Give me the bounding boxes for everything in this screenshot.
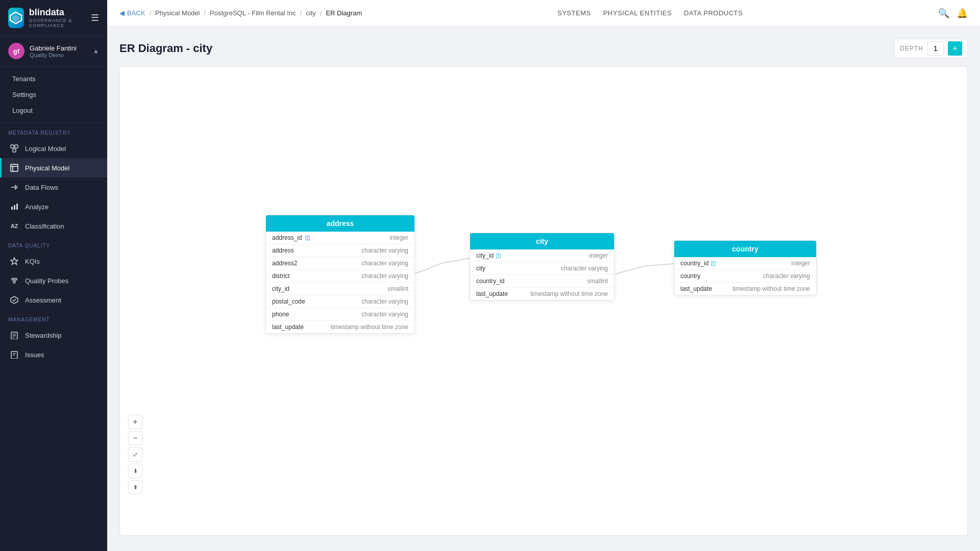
sidebar-label-stewardship: Stewardship <box>25 332 62 339</box>
svg-rect-5 <box>11 164 18 171</box>
page-title: ER Diagram - city <box>119 42 212 55</box>
zoom-in-button[interactable]: + <box>128 415 142 429</box>
logo-text-area: blindata GOVERNANCE & COMPLIANCE <box>29 7 91 28</box>
field-name-city-id: city_id <box>272 285 289 292</box>
entity-country-row-country: country character varying <box>674 270 816 283</box>
issues-icon <box>10 350 19 359</box>
field-name-country-country-id: country_id ⚿ <box>680 260 716 267</box>
field-type-country-country: character varying <box>763 272 810 280</box>
field-name-phone: phone <box>272 311 289 318</box>
sidebar-label-physical-model: Physical Model <box>25 164 69 172</box>
notification-icon[interactable]: 🔔 <box>957 8 968 19</box>
field-type-city-country-id: smallint <box>587 278 608 285</box>
download-button[interactable]: ⬇ <box>128 464 142 478</box>
entity-country: country country_id ⚿ integer country cha… <box>674 240 817 295</box>
zoom-out-button[interactable]: − <box>128 431 142 445</box>
fit-screen-button[interactable]: ⤢ <box>128 447 142 462</box>
breadcrumb-sep-2: / <box>204 9 206 17</box>
field-name-address: address <box>272 247 294 254</box>
entity-address-row-address2: address2 character varying <box>266 257 414 270</box>
field-name-city-last-update: last_update <box>476 290 508 297</box>
entity-city-header: city <box>470 233 614 249</box>
menu-item-settings[interactable]: Settings <box>0 87 107 103</box>
svg-line-25 <box>615 266 646 274</box>
svg-point-11 <box>12 278 14 280</box>
sidebar-item-kqis[interactable]: KQIs <box>0 252 107 271</box>
entity-city-row-city-id: city_id ⚿ integer <box>470 249 614 262</box>
field-type-country-last-update: timestamp without time zone <box>732 285 810 292</box>
sidebar-item-physical-model[interactable]: Physical Model <box>0 158 107 178</box>
entity-address-row-address-id: address_id ⚿ integer <box>266 232 414 244</box>
sidebar-item-stewardship[interactable]: Stewardship <box>0 325 107 345</box>
svg-point-13 <box>13 281 15 283</box>
entity-address: address address_id ⚿ integer address cha… <box>265 215 415 334</box>
svg-line-26 <box>646 264 674 266</box>
sidebar-item-classification[interactable]: AZ Classification <box>0 216 107 236</box>
user-menu: Tenants Settings Logout <box>0 67 107 123</box>
entity-city-row-country-id: country_id smallint <box>470 275 614 288</box>
metadata-section-label: METADATA REGISTRY <box>0 123 107 139</box>
fk-icon-country-id: ⚿ <box>711 261 716 266</box>
back-button[interactable]: ◀ BACK <box>119 9 145 17</box>
sidebar-item-logical-model[interactable]: Logical Model <box>0 139 107 158</box>
upload-button[interactable]: ⬆ <box>128 480 142 494</box>
field-name-city-city: city <box>476 265 485 272</box>
field-type-phone: character varying <box>361 311 408 318</box>
menu-item-tenants[interactable]: Tenants <box>0 71 107 87</box>
page-content: ER Diagram - city DEPTH + address <box>107 27 980 551</box>
breadcrumb-sep-3: / <box>300 9 302 17</box>
logo-icon <box>8 8 24 28</box>
sidebar-item-issues[interactable]: Issues <box>0 345 107 364</box>
entity-country-header: country <box>674 241 816 257</box>
field-name-postal-code: postal_code <box>272 298 305 305</box>
sidebar-item-quality-probes[interactable]: Quality Probes <box>0 271 107 290</box>
sidebar-label-issues: Issues <box>25 351 44 359</box>
depth-input[interactable] <box>927 41 944 56</box>
sidebar-label-kqis: KQIs <box>25 258 40 265</box>
field-name-address-last-update: last_update <box>272 323 304 331</box>
svg-rect-4 <box>13 149 16 152</box>
sidebar-item-analyze[interactable]: Analyze <box>0 197 107 216</box>
breadcrumb-city[interactable]: city <box>306 9 316 17</box>
sidebar-item-data-flows[interactable]: Data Flows <box>0 178 107 197</box>
entity-address-header: address <box>266 215 414 232</box>
field-type-city-last-update: timestamp without time zone <box>530 290 608 297</box>
sidebar-label-quality-probes: Quality Probes <box>25 277 68 285</box>
field-type-district: character varying <box>361 272 408 280</box>
topbar-icons: 🔍 🔔 <box>938 8 968 19</box>
topbar-nav-physical-entities[interactable]: PHYSICAL ENTITIES <box>603 9 672 17</box>
breadcrumb-physical-model[interactable]: Physical Model <box>155 9 200 17</box>
chevron-up-icon[interactable]: ▲ <box>93 47 99 55</box>
depth-plus-button[interactable]: + <box>948 41 962 56</box>
topbar-nav-systems[interactable]: SYSTEMS <box>557 9 591 17</box>
entity-city-row-last-update: last_update timestamp without time zone <box>470 288 614 300</box>
entity-city-row-city: city character varying <box>470 262 614 275</box>
topbar-nav-data-products[interactable]: DATA PRODUCTS <box>684 9 743 17</box>
sidebar-label-assessment: Assessment <box>25 296 61 304</box>
classification-icon: AZ <box>10 221 19 231</box>
zoom-controls: + − ⤢ ⬇ ⬆ <box>128 415 142 494</box>
sidebar-label-analyze: Analyze <box>25 203 48 211</box>
field-name-country-country: country <box>680 272 700 280</box>
svg-line-24 <box>442 258 470 263</box>
dq-section-label: DATA QUALITY <box>0 236 107 252</box>
hamburger-icon[interactable]: ☰ <box>91 12 99 23</box>
field-type-postal-code: character varying <box>361 298 408 305</box>
sidebar-header: blindata GOVERNANCE & COMPLIANCE ☰ <box>0 0 107 36</box>
user-role: Quality Demo <box>30 52 93 58</box>
svg-rect-3 <box>15 145 18 148</box>
search-icon[interactable]: 🔍 <box>938 8 949 19</box>
logo-subtitle: GOVERNANCE & COMPLIANCE <box>29 18 91 28</box>
field-type-address-last-update: timestamp without time zone <box>331 323 408 331</box>
breadcrumb-postgresql[interactable]: PostgreSQL - Film Rental Inc <box>210 9 296 17</box>
back-arrow-icon: ◀ <box>119 9 125 17</box>
svg-rect-9 <box>14 205 15 210</box>
page-header: ER Diagram - city DEPTH + <box>119 39 968 58</box>
field-type-address: character varying <box>361 247 408 254</box>
menu-item-logout[interactable]: Logout <box>0 103 107 118</box>
sidebar-item-assessment[interactable]: Assessment <box>0 290 107 310</box>
svg-rect-10 <box>16 204 18 210</box>
breadcrumb-sep-4: / <box>320 9 322 17</box>
er-connector-svg <box>120 67 967 535</box>
depth-label: DEPTH <box>900 45 923 52</box>
